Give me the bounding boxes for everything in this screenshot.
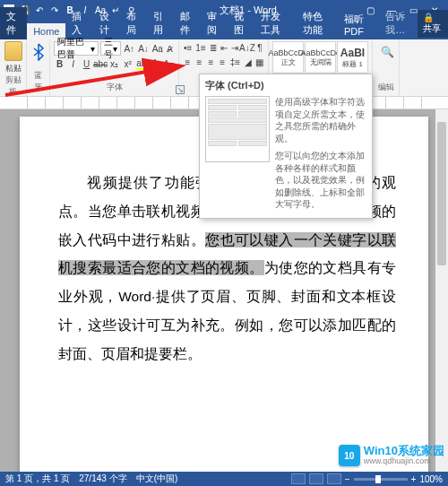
tab-references[interactable]: 引用	[147, 7, 174, 39]
highlight-button[interactable]: ab	[135, 57, 147, 70]
tab-layout[interactable]: 布局	[120, 7, 147, 39]
grow-font-icon[interactable]: A↑	[123, 42, 135, 55]
change-case-icon[interactable]: Aa	[151, 42, 164, 55]
show-marks-icon[interactable]: ¶	[255, 41, 264, 54]
strikethrough-button[interactable]: abc	[94, 57, 107, 70]
tell-me[interactable]: 告诉我…	[379, 7, 417, 39]
paste-icon	[4, 41, 22, 61]
editing-group-label: 编辑	[376, 82, 395, 94]
style-gallery[interactable]: AaBbCcDc 正文 AaBbCcDc 无间隔 AaBI 标题 1	[272, 41, 368, 74]
tooltip-description: 使用高级字体和字符选项自定义所需文本，使之具您所需的精确外观。 您可以向您的文本…	[275, 96, 366, 211]
zoom-slider[interactable]	[354, 478, 408, 481]
tab-design[interactable]: 设计	[93, 7, 120, 39]
underline-button[interactable]: U	[81, 57, 92, 70]
group-clipboard: 粘贴 剪贴板	[0, 39, 27, 96]
status-bar: 第 1 页，共 1 页 27/143 个字 中文(中国) − + 100%	[0, 472, 448, 486]
line-spacing-icon[interactable]: ‡≡	[229, 56, 241, 68]
style-normal[interactable]: AaBbCcDc 正文	[272, 41, 304, 74]
zoom-in-icon[interactable]: +	[411, 474, 417, 484]
status-language[interactable]: 中文(中国)	[136, 473, 178, 485]
align-center-icon[interactable]: ≡	[194, 56, 204, 68]
font-dialog-launcher[interactable]: ↘	[176, 85, 185, 94]
group-bluetooth: 蓝牙	[27, 39, 50, 96]
shrink-font-icon[interactable]: A↓	[137, 42, 150, 55]
tab-developer[interactable]: 开发工具	[254, 7, 296, 39]
tooltip-preview-image	[205, 96, 270, 162]
justify-icon[interactable]: ≡	[218, 56, 228, 68]
group-font: 阿里巴巴普 ▾ 三号 ▾ A↑ A↓ Aa A̷ B I U abc x₂ x²…	[50, 39, 179, 96]
tab-special[interactable]: 特色功能	[297, 7, 338, 39]
font-size-combo[interactable]: 三号 ▾	[100, 41, 121, 56]
increase-indent-icon[interactable]: ⇥	[230, 41, 239, 54]
undo-icon[interactable]: ↶	[34, 4, 45, 15]
view-read-mode-icon[interactable]	[291, 473, 306, 484]
text-run-2: 为使您的文档具有专业外观，Word·提供了页眉、页脚、封面和文本框设计，这些设计…	[58, 260, 396, 360]
shading-icon[interactable]: ◢	[243, 56, 253, 68]
borders-icon[interactable]: ▦	[254, 56, 264, 68]
paste-label: 粘贴	[5, 63, 22, 74]
find-button[interactable]: 🔍	[376, 41, 398, 63]
bluetooth-icon[interactable]	[30, 41, 47, 63]
superscript-button[interactable]: x²	[122, 57, 134, 70]
sort-icon[interactable]: A↓Z	[241, 41, 254, 54]
tooltip-title: 字体 (Ctrl+D)	[205, 79, 366, 92]
status-page[interactable]: 第 1 页，共 1 页	[5, 473, 70, 485]
italic-button[interactable]: I	[67, 57, 79, 70]
decrease-indent-icon[interactable]: ⇤	[220, 41, 228, 54]
multilevel-icon[interactable]: ≣	[209, 41, 218, 54]
tab-foxit-pdf[interactable]: 福昕PDF	[338, 10, 379, 39]
bold-button[interactable]: B	[54, 57, 65, 70]
group-editing: 🔍 编辑	[373, 39, 400, 96]
tab-insert[interactable]: 插入	[65, 7, 92, 39]
font-dialog-tooltip: 字体 (Ctrl+D) 使用高级字体和字符选项自定义所需文本，使之具您所需的精确…	[199, 74, 373, 219]
align-right-icon[interactable]: ≡	[206, 56, 216, 68]
bluetooth-group-label: 蓝牙	[30, 70, 46, 94]
clear-format-icon[interactable]: A̷	[166, 42, 175, 55]
view-print-layout-icon[interactable]	[309, 473, 323, 484]
subscript-button[interactable]: x₂	[108, 57, 120, 70]
clipboard-group-label: 剪贴板	[4, 74, 22, 99]
tab-file[interactable]: 文件	[0, 7, 27, 39]
style-no-spacing[interactable]: AaBbCcDc 无间隔	[305, 41, 336, 74]
scrollbar-thumb[interactable]	[437, 122, 446, 265]
tab-mailings[interactable]: 邮件	[174, 7, 201, 39]
tab-review[interactable]: 审阅	[201, 7, 228, 39]
paste-button[interactable]: 粘贴	[4, 41, 22, 74]
tab-view[interactable]: 视图	[228, 7, 254, 39]
bullets-icon[interactable]: •≡	[183, 41, 193, 54]
redo-icon[interactable]: ↷	[49, 4, 60, 15]
align-left-icon[interactable]: ≡	[183, 56, 193, 68]
font-group-label: 字体	[54, 82, 175, 94]
zoom-out-icon[interactable]: −	[345, 474, 350, 484]
view-web-layout-icon[interactable]	[327, 473, 341, 484]
numbering-icon[interactable]: 1≡	[194, 41, 206, 54]
zoom-level[interactable]: 100%	[419, 474, 443, 484]
style-heading-1[interactable]: AaBI 标题 1	[337, 41, 368, 74]
text-effects-icon[interactable]: A▾	[162, 57, 175, 70]
status-word-count[interactable]: 27/143 个字	[79, 473, 126, 485]
font-color-button[interactable]: A	[149, 57, 160, 70]
share-button[interactable]: 🔒 共享	[418, 10, 448, 38]
font-name-combo[interactable]: 阿里巴巴普 ▾	[54, 41, 99, 56]
vertical-scrollbar[interactable]	[435, 109, 448, 472]
